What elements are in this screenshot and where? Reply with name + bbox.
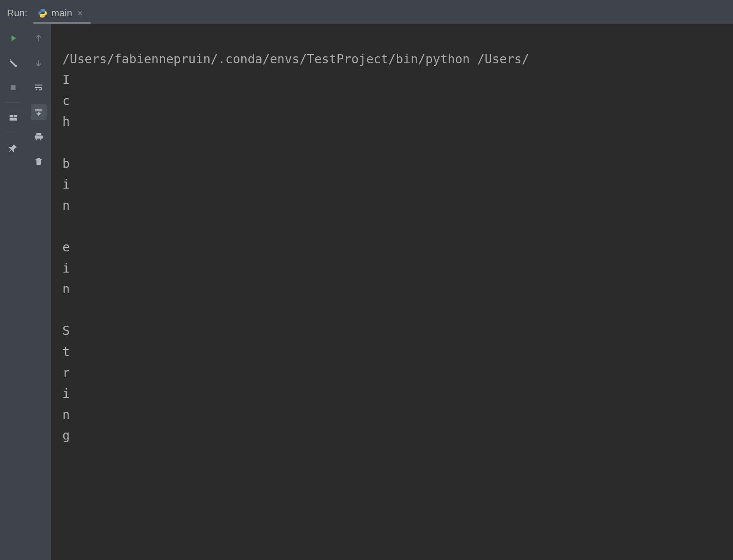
print-button[interactable] (31, 129, 47, 145)
rerun-button[interactable] (5, 30, 21, 46)
stop-button[interactable] (5, 80, 21, 95)
run-header: Run: main × (0, 3, 733, 24)
pin-tab-button[interactable] (5, 140, 21, 156)
run-toolbar-primary (0, 24, 26, 560)
scroll-to-end-button[interactable] (31, 104, 47, 120)
program-output: I c h b i n e i n S t r i n g (62, 73, 70, 443)
soft-wrap-button[interactable] (31, 80, 47, 95)
clear-all-button[interactable] (31, 153, 47, 169)
up-stack-button[interactable] (31, 30, 47, 46)
separator (6, 102, 21, 103)
run-label: Run: (0, 3, 33, 24)
console-output[interactable]: /Users/fabiennepruin/.conda/envs/TestPro… (51, 24, 733, 560)
svg-rect-3 (10, 118, 17, 121)
python-icon (38, 8, 47, 18)
run-toolbar-secondary (26, 24, 51, 560)
run-tab-main[interactable]: main × (33, 3, 90, 24)
run-body: /Users/fabiennepruin/.conda/envs/TestPro… (0, 24, 733, 560)
modify-run-config-button[interactable] (5, 55, 21, 71)
separator (6, 133, 21, 133)
svg-rect-0 (11, 85, 16, 90)
run-tool-window: Run: main × (0, 0, 733, 560)
down-stack-button[interactable] (31, 55, 47, 71)
layout-button[interactable] (5, 110, 21, 126)
close-icon[interactable]: × (76, 9, 83, 18)
tab-name: main (51, 7, 72, 19)
svg-rect-1 (10, 115, 13, 118)
command-line: /Users/fabiennepruin/.conda/envs/TestPro… (62, 52, 529, 66)
svg-rect-2 (14, 115, 17, 118)
